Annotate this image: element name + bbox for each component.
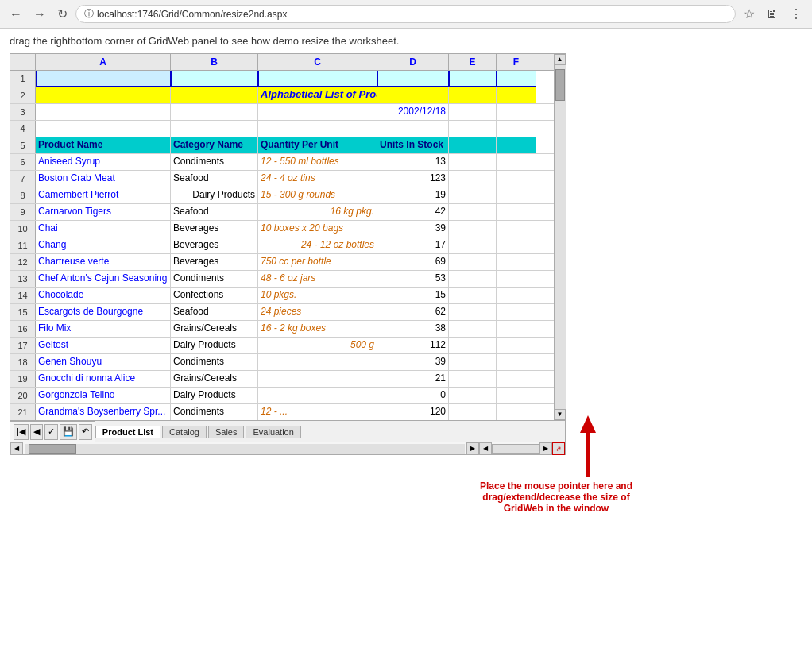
cell-2d[interactable] <box>377 87 449 103</box>
cell-19b[interactable]: Grains/Cereals <box>171 371 258 387</box>
cell-21e[interactable] <box>449 404 497 420</box>
cell-5c[interactable]: Quantity Per Unit <box>258 137 377 153</box>
back-button[interactable]: ← <box>6 6 25 23</box>
grid-row-5[interactable]: 5 Product Name Category Name Quantity Pe… <box>10 137 554 154</box>
nav-prev-button[interactable]: ◀ <box>30 424 43 440</box>
tab-catalog[interactable]: Catalog <box>162 426 207 438</box>
grid-row-1[interactable]: 1 <box>10 71 554 87</box>
cell-2f[interactable] <box>497 87 536 103</box>
cell-17b[interactable]: Dairy Products <box>171 338 258 353</box>
cell-1a[interactable] <box>36 71 171 87</box>
cell-7d[interactable]: 123 <box>377 171 449 187</box>
cell-8a[interactable]: Camembert Pierrot <box>36 187 171 203</box>
cell-18d[interactable]: 39 <box>377 354 449 370</box>
grid-row-10[interactable]: 10 Chai Beverages 10 boxes x 20 bags 39 <box>10 221 554 237</box>
cell-2c[interactable]: Alphabetical List of Products <box>258 87 377 103</box>
cell-4f[interactable] <box>497 121 536 137</box>
cell-10f[interactable] <box>497 221 536 237</box>
forward-button[interactable]: → <box>30 6 49 23</box>
grid-row-2[interactable]: 2 Alphabetical List of Products <box>10 87 554 104</box>
cell-4b[interactable] <box>171 121 258 137</box>
grid-row-15[interactable]: 15 Escargots de Bourgogne Seafood 24 pie… <box>10 304 554 321</box>
cell-18c[interactable] <box>258 354 377 370</box>
tab-evaluation[interactable]: Evaluation <box>246 426 300 438</box>
cell-11e[interactable] <box>449 237 497 253</box>
cell-3c[interactable] <box>258 104 377 120</box>
cell-13e[interactable] <box>449 271 497 287</box>
cell-10c[interactable]: 10 boxes x 20 bags <box>258 221 377 237</box>
cell-9b[interactable]: Seafood <box>171 204 258 220</box>
cell-7a[interactable]: Boston Crab Meat <box>36 171 171 187</box>
cell-13b[interactable]: Condiments <box>171 271 258 287</box>
grid-row-17[interactable]: 17 Geitost Dairy Products 500 g 112 <box>10 338 554 354</box>
cell-9e[interactable] <box>449 204 497 220</box>
grid-row-18[interactable]: 18 Genen Shouyu Condiments 39 <box>10 354 554 371</box>
grid-row-9[interactable]: 9 Carnarvon Tigers Seafood 16 kg pkg. 42 <box>10 204 554 221</box>
cell-19c[interactable] <box>258 371 377 387</box>
cell-3e[interactable] <box>449 104 497 120</box>
grid-row-20[interactable]: 20 Gorgonzola Telino Dairy Products 0 <box>10 388 554 404</box>
cell-4c[interactable] <box>258 121 377 137</box>
col-header-a[interactable]: A <box>36 54 171 70</box>
cell-14e[interactable] <box>449 288 497 303</box>
grid-row-19[interactable]: 19 Gnocchi di nonna Alice Grains/Cereals… <box>10 371 554 388</box>
cell-15e[interactable] <box>449 304 497 320</box>
cell-6c[interactable]: 12 - 550 ml bottles <box>258 154 377 170</box>
h-scroll-thumb2[interactable] <box>492 444 539 454</box>
cell-5b[interactable]: Category Name <box>171 137 258 153</box>
cell-20a[interactable]: Gorgonzola Telino <box>36 388 171 403</box>
cell-6f[interactable] <box>497 154 536 170</box>
cell-10b[interactable]: Beverages <box>171 221 258 237</box>
cell-15a[interactable]: Escargots de Bourgogne <box>36 304 171 320</box>
cell-3b[interactable] <box>171 104 258 120</box>
cell-17c[interactable]: 500 g <box>258 338 377 353</box>
cell-13c[interactable]: 48 - 6 oz jars <box>258 271 377 287</box>
cell-15b[interactable]: Seafood <box>171 304 258 320</box>
cell-11d[interactable]: 17 <box>377 237 449 253</box>
cell-21c[interactable]: 12 - ... <box>258 404 377 420</box>
save-button[interactable]: ✓ <box>44 424 58 440</box>
cell-20c[interactable] <box>258 388 377 403</box>
grid-row-6[interactable]: 6 Aniseed Syrup Condiments 12 - 550 ml b… <box>10 154 554 171</box>
cell-11f[interactable] <box>497 237 536 253</box>
cell-6e[interactable] <box>449 154 497 170</box>
cell-16b[interactable]: Grains/Cereals <box>171 321 258 337</box>
grid-row-11[interactable]: 11 Chang Beverages 24 - 12 oz bottles 17 <box>10 237 554 254</box>
cell-6d[interactable]: 13 <box>377 154 449 170</box>
cell-10e[interactable] <box>449 221 497 237</box>
cell-1b[interactable] <box>171 71 258 87</box>
tab-product-list[interactable]: Product List <box>95 426 160 438</box>
cell-7f[interactable] <box>497 171 536 187</box>
cell-10d[interactable]: 39 <box>377 221 449 237</box>
cell-4a[interactable] <box>36 121 171 137</box>
cell-20e[interactable] <box>449 388 497 403</box>
h-scroll-far-left[interactable]: ◀ <box>479 442 492 455</box>
cell-16f[interactable] <box>497 321 536 337</box>
cell-18f[interactable] <box>497 354 536 370</box>
cell-15d[interactable]: 62 <box>377 304 449 320</box>
cell-5a[interactable]: Product Name <box>36 137 171 153</box>
undo-button[interactable]: ↶ <box>79 424 92 440</box>
cell-21f[interactable] <box>497 404 536 420</box>
cell-20d[interactable]: 0 <box>377 388 449 403</box>
cell-19e[interactable] <box>449 371 497 387</box>
cell-6a[interactable]: Aniseed Syrup <box>36 154 171 170</box>
grid-row-14[interactable]: 14 Chocolade Confections 10 pkgs. 15 <box>10 288 554 304</box>
cell-19f[interactable] <box>497 371 536 387</box>
col-header-d[interactable]: D <box>377 54 449 70</box>
cell-9d[interactable]: 42 <box>377 204 449 220</box>
cell-16a[interactable]: Filo Mix <box>36 321 171 337</box>
cell-8b[interactable]: Dairy Products <box>171 187 258 203</box>
cell-17d[interactable]: 112 <box>377 338 449 353</box>
refresh-button[interactable]: ↻ <box>54 5 71 23</box>
cell-8f[interactable] <box>497 187 536 203</box>
cell-17f[interactable] <box>497 338 536 353</box>
col-header-c[interactable]: C <box>258 54 377 70</box>
cell-9a[interactable]: Carnarvon Tigers <box>36 204 171 220</box>
col-header-b[interactable]: B <box>171 54 258 70</box>
cell-7c[interactable]: 24 - 4 oz tins <box>258 171 377 187</box>
cell-21b[interactable]: Condiments <box>171 404 258 420</box>
address-bar[interactable]: ⓘ localhost:1746/Grid/Common/resize2nd.a… <box>75 5 736 23</box>
grid-row-16[interactable]: 16 Filo Mix Grains/Cereals 16 - 2 kg box… <box>10 321 554 338</box>
cell-1e[interactable] <box>449 71 497 87</box>
